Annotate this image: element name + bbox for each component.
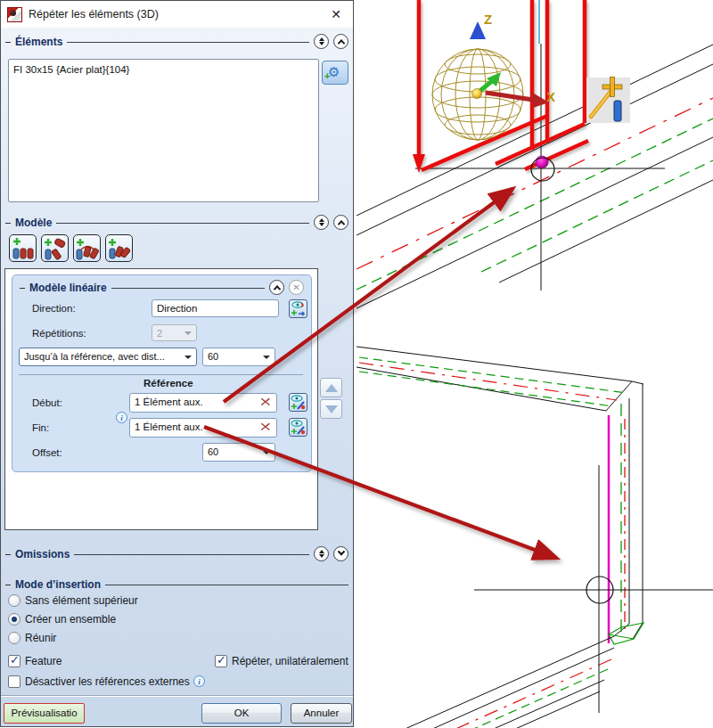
dialog-titlebar[interactable]: Répéter les éléments (3D) ✕ [1, 1, 353, 28]
disable-external-refs-label[interactable]: Désactiver les références externes [25, 675, 190, 688]
radio-join[interactable] [8, 632, 20, 644]
check-icon: ✓ [217, 653, 226, 667]
radio-join-label[interactable]: Réunir [25, 632, 56, 644]
start-reference-value: 1 Élément aux. [135, 397, 203, 407]
direction-field[interactable]: Direction [152, 299, 279, 317]
repeat-unilateral-checkbox[interactable]: ✓ [215, 655, 227, 667]
pattern-arc-icon [74, 235, 100, 261]
chevron-down-icon [337, 547, 344, 554]
plus-icon: + [324, 70, 330, 81]
close-icon: ✕ [292, 282, 299, 292]
elements-listbox[interactable]: FI 30x15 {Acier plat}{104} [8, 59, 319, 202]
distance-value: 60 [208, 351, 218, 362]
omissions-section-header: Omissions [5, 546, 348, 561]
check-icon: ✓ [10, 653, 20, 667]
offset-label: Offset: [32, 447, 62, 458]
radio-create-assembly-label[interactable]: Créer un ensemble [25, 613, 116, 626]
app-icon [7, 7, 22, 22]
origin-ball [472, 89, 482, 99]
distance-combo[interactable]: 60 [202, 348, 275, 366]
pattern-linear-button[interactable] [9, 234, 37, 262]
move-up-button[interactable] [320, 378, 342, 397]
start-label: Début: [32, 397, 62, 408]
end-reference-value: 1 Élément aux. [135, 421, 203, 432]
omissions-resize-button[interactable] [314, 546, 329, 561]
pattern-rotation-button[interactable] [105, 234, 133, 262]
pick-reference-icon [290, 419, 307, 436]
preview-button[interactable]: Prévisualisatio [4, 703, 85, 724]
direction-pick-button[interactable] [289, 299, 307, 318]
radio-no-parent[interactable] [8, 594, 20, 607]
direction-label: Direction: [32, 303, 76, 314]
panel-close-button[interactable]: ✕ [289, 280, 304, 295]
until-reference-combo[interactable]: Jusqu’à la référence, avec dist... [19, 348, 197, 366]
arrow-up-icon [325, 384, 338, 392]
x-axis-arrow [486, 93, 533, 100]
pattern-container: Modèle linéaire ✕ Direction: Direction [4, 268, 318, 530]
z-axis-label: Z [484, 12, 492, 27]
pattern-arc-button[interactable] [73, 234, 101, 262]
end-reference-field[interactable]: 1 Élément aux. ✕ [129, 418, 277, 438]
pick-reference-icon [290, 394, 307, 411]
pattern-direction-button[interactable] [41, 234, 69, 262]
insertion-section-header: Mode d’insertion [5, 577, 348, 592]
linear-pattern-panel: Modèle linéaire ✕ Direction: Direction [12, 274, 312, 472]
model-section-title: Modèle [15, 217, 52, 229]
move-down-button[interactable] [320, 399, 342, 419]
reference-header: Référence [143, 378, 193, 389]
end-pick-button[interactable] [289, 418, 307, 437]
ok-button[interactable]: OK [201, 703, 282, 724]
application-window: Z X [0, 0, 713, 728]
chevron-up-icon [337, 39, 344, 46]
start-pick-button[interactable] [289, 393, 307, 412]
info-icon: i [116, 412, 127, 423]
beam-end-section [609, 623, 643, 644]
pattern-linear-icon [10, 235, 36, 261]
panel-collapse-button[interactable] [269, 280, 284, 295]
pick-direction-icon [290, 300, 307, 317]
radio-no-parent-label[interactable]: Sans élément supérieur [25, 594, 138, 607]
feature-checkbox[interactable]: ✓ [8, 655, 20, 667]
arrow-down-icon [325, 405, 338, 413]
direction-value: Direction [157, 303, 197, 314]
chevron-down-icon [184, 331, 192, 335]
clear-start-icon[interactable]: ✕ [259, 395, 273, 409]
start-reference-field[interactable]: 1 Élément aux. ✕ [129, 393, 277, 413]
repeat-unilateral-label[interactable]: Répéter, unilatéralement [232, 655, 348, 667]
elements-collapse-button[interactable] [333, 34, 348, 49]
model-section-header: Modèle [5, 215, 348, 230]
model-collapse-button[interactable] [333, 215, 348, 230]
radio-create-assembly[interactable] [8, 613, 20, 626]
info-icon: i [193, 675, 205, 687]
pattern-rotation-icon [106, 235, 132, 261]
aux-line-glyph [614, 101, 621, 121]
clear-end-icon[interactable]: ✕ [259, 420, 273, 434]
chevron-down-icon [263, 356, 270, 359]
x-axis-label: X [546, 89, 555, 104]
pattern-direction-icon [42, 235, 68, 261]
feature-checkbox-label[interactable]: Feature [25, 655, 61, 667]
spinner-icon [319, 550, 324, 558]
close-icon[interactable]: ✕ [328, 6, 344, 22]
repetitions-value: 2 [157, 328, 162, 339]
cancel-button[interactable]: Annuler [291, 703, 352, 724]
lower-beam-wireframe [356, 347, 643, 728]
offset-combo[interactable]: 60 [202, 443, 275, 462]
chevron-up-icon [273, 285, 280, 292]
repeat-elements-dialog: Répéter les éléments (3D) ✕ Éléments FI … [0, 0, 354, 727]
model-resize-button[interactable] [314, 215, 329, 230]
elements-resize-button[interactable] [314, 34, 329, 49]
dialog-title: Répéter les éléments (3D) [29, 8, 159, 20]
repetitions-combo: 2 [152, 324, 197, 341]
omissions-expand-button[interactable] [333, 546, 348, 561]
disable-external-refs-checkbox[interactable] [8, 675, 20, 688]
chevron-down-icon [184, 356, 192, 359]
until-reference-value: Jusqu’à la référence, avec dist... [24, 351, 165, 362]
upper-beam-wireframe [356, 45, 713, 308]
omissions-section-title: Omissions [15, 548, 70, 560]
list-item[interactable]: FI 30x15 {Acier plat}{104} [13, 64, 314, 75]
element-settings-button[interactable]: ⚙ + [322, 61, 348, 85]
linear-pattern-header: Modèle linéaire ✕ [20, 280, 304, 295]
repetitions-label: Répétitions: [32, 328, 86, 339]
viewport-3d[interactable]: Z X [353, 0, 713, 728]
